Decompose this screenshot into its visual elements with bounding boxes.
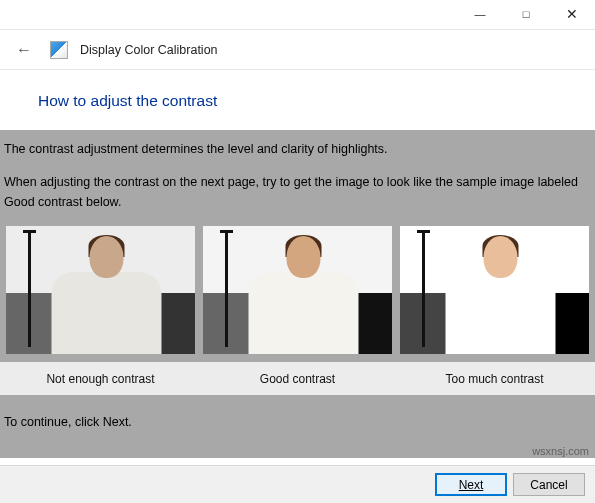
- next-button[interactable]: Next: [435, 473, 507, 496]
- title-bar: ― □ ✕: [0, 0, 595, 30]
- sample-row: [4, 226, 591, 354]
- instruction-text: When adjusting the contrast on the next …: [4, 173, 591, 212]
- minimize-button[interactable]: ―: [457, 0, 503, 28]
- instruction-panel: The contrast adjustment determines the l…: [0, 130, 595, 458]
- watermark: wsxnsj.com: [532, 445, 589, 457]
- sample-image-high-contrast: [400, 226, 589, 354]
- header-bar: ← Display Color Calibration: [0, 30, 595, 70]
- content-area: How to adjust the contrast The contrast …: [0, 70, 595, 458]
- intro-text: The contrast adjustment determines the l…: [4, 140, 591, 159]
- back-arrow-icon[interactable]: ←: [10, 37, 38, 63]
- maximize-button[interactable]: □: [503, 0, 549, 28]
- sample-too-much: [400, 226, 589, 354]
- sample-good: [203, 226, 392, 354]
- window-controls: ― □ ✕: [457, 0, 595, 28]
- close-button[interactable]: ✕: [549, 0, 595, 28]
- label-good: Good contrast: [199, 370, 396, 389]
- cancel-button[interactable]: Cancel: [513, 473, 585, 496]
- sample-not-enough: [6, 226, 195, 354]
- footer-bar: Next Cancel: [0, 465, 595, 503]
- label-too-much: Too much contrast: [396, 370, 593, 389]
- app-icon: [50, 41, 68, 59]
- sample-image-good-contrast: [203, 226, 392, 354]
- sample-labels: Not enough contrast Good contrast Too mu…: [0, 362, 595, 395]
- app-title: Display Color Calibration: [80, 43, 218, 57]
- page-heading: How to adjust the contrast: [0, 92, 595, 110]
- label-not-enough: Not enough contrast: [2, 370, 199, 389]
- sample-image-low-contrast: [6, 226, 195, 354]
- continue-hint: To continue, click Next.: [4, 413, 591, 432]
